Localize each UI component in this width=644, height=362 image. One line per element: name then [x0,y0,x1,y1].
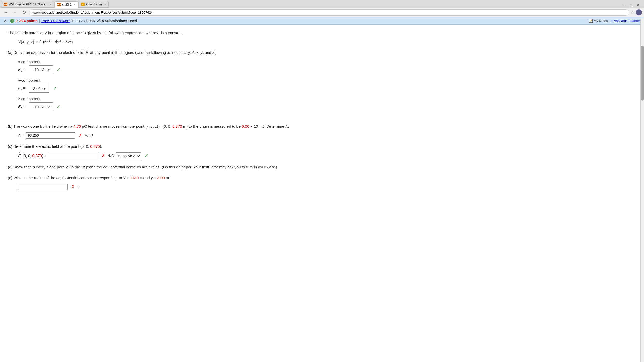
tab3-label: Chegg.com [86,3,102,6]
problem-number: 2. [4,19,7,23]
header-right: 📝 My Notes + Ask Your Teacher [589,19,640,23]
scrollbar-thumb[interactable] [641,46,644,101]
c-field-point: (0, 0, 0.370) = [22,153,47,159]
forward-button[interactable]: → [11,9,19,16]
e-cross: ✗ [71,184,75,190]
window-controls: ─ □ ✕ [622,3,643,8]
c-row: → E (0, 0, 0.370) = ✗ N/C negative z pos… [18,152,353,160]
tab1-label: Welcome to PHY 1963 – P... [9,3,48,6]
ask-teacher-label: Ask Your Teacher [614,19,640,23]
c-field-label: → E [18,153,21,159]
tab3-favicon: C [81,3,85,6]
ez-checkmark: ✓ [57,103,61,111]
back-button[interactable]: ← [2,9,10,16]
c-checkmark: ✓ [145,152,148,160]
minimize-button[interactable]: ─ [622,3,628,8]
part-e-text: (e) What is the radius of the equipotent… [8,175,353,181]
c-field-input[interactable] [48,153,98,159]
part-d-text: (d) Show that in every plane parallel to… [8,164,353,170]
c-unit: N/C [107,153,114,159]
close-window-button[interactable]: ✕ [635,3,641,8]
e-unit: m [77,184,81,190]
formula-display: V(x, y, z) = A (5x2 − 4y2 + 5z2) [18,39,353,45]
content-area: The electric potential V in a region of … [0,25,361,196]
tab3-close[interactable]: × [104,3,106,6]
part-c-text: (c) Determine the electric field at the … [8,143,353,150]
reload-button[interactable]: ↻ [21,9,28,16]
tab-2[interactable]: WA ch23-2 × [54,1,78,8]
tab-1[interactable]: WA Welcome to PHY 1963 – P... × [1,1,54,8]
tab2-label: ch23-2 [62,3,72,6]
ask-teacher-button[interactable]: + Ask Your Teacher [611,19,640,23]
part-b-text: (b) The work done by the field when a 4.… [8,123,353,130]
intro-text: The electric potential V in a region of … [8,30,353,36]
scrollbar-track[interactable] [640,18,644,196]
ey-label: Ey = [18,85,26,92]
ex-label: Ex = [18,66,26,73]
tab2-favicon: WA [57,3,61,6]
submissions-text: 2/15 Submissions Used [97,19,137,23]
ey-checkmark: ✓ [53,85,57,92]
a-unit: V/m² [85,132,93,139]
ey-value: 8 · A · y [29,84,49,93]
notes-icon: 📝 [589,19,593,23]
z-component-label: z-component [18,96,353,102]
a-row: A = ✗ V/m² [18,132,353,139]
tab2-close[interactable]: × [74,3,75,6]
a-cross: ✗ [79,132,82,139]
c-direction-dropdown[interactable]: negative z positive z positive x negativ… [116,152,141,159]
ez-row: Ez = −10 · A · z ✓ [18,102,353,111]
previous-answers-link[interactable]: Previous Answers [41,19,70,23]
ez-value: −10 · A · z [29,102,53,111]
main-wrapper: The electric potential V in a region of … [0,25,644,196]
address-bar-row: ← → ↻ ☆ [0,8,644,17]
ex-value: −10 · A · x [29,65,53,74]
e-answer-input[interactable] [18,184,68,190]
part-a-text: (a) Derive an expression for the electri… [8,49,353,56]
x-component-label: x-component [18,59,353,65]
my-notes-label: My Notes [594,19,608,23]
c-cross: ✗ [101,152,105,159]
tab1-close[interactable]: × [50,3,52,6]
ex-row: Ex = −10 · A · x ✓ [18,65,353,74]
tab-strip: WA Welcome to PHY 1963 – P... × WA ch23-… [0,0,644,8]
maximize-button[interactable]: □ [629,3,634,8]
spacer-1 [8,112,353,118]
browser-chrome: WA Welcome to PHY 1963 – P... × WA ch23-… [0,0,644,17]
ex-checkmark: ✓ [57,66,61,74]
y-component-label: y-component [18,77,353,83]
e-row: ✗ m [18,184,353,190]
points-text: 2.28/4 points [16,19,38,23]
tab1-favicon: WA [4,3,7,6]
ey-row: Ey = 8 · A · y ✓ [18,84,353,93]
tab-3[interactable]: C Chegg.com × [78,1,109,8]
bookmark-button[interactable]: ☆ [631,10,634,15]
ref-text: YF13 23.P.086. [71,19,96,23]
a-label: A = [18,132,24,139]
address-input[interactable] [29,9,629,16]
profile-avatar[interactable] [636,9,642,15]
problem-header-bar: 2. + 2.28/4 points | Previous Answers YF… [0,17,644,25]
separator: | [39,19,40,23]
a-input[interactable] [26,132,75,139]
points-icon: + [10,19,14,23]
plus-icon: + [611,19,613,23]
my-notes-button[interactable]: 📝 My Notes [589,19,608,23]
ez-label: Ez = [18,104,26,110]
